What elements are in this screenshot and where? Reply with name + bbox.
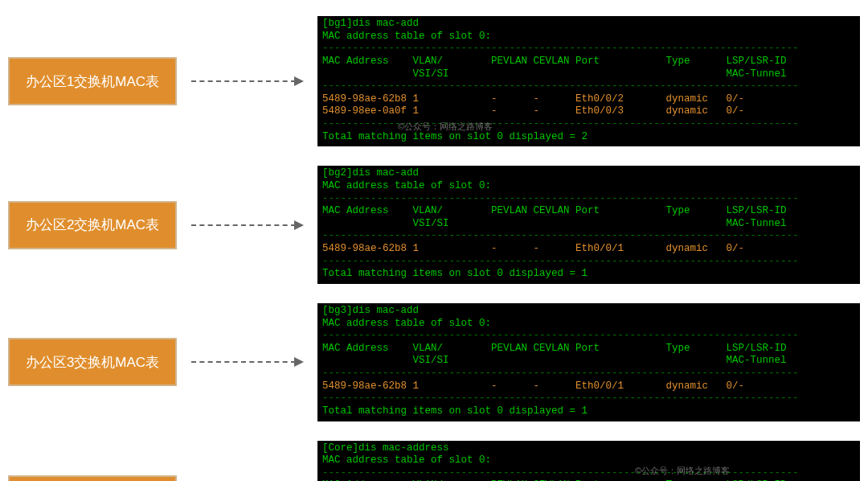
arrow-line	[191, 224, 296, 226]
terminal-col-headers: MAC Address VLAN/ PEVLAN CEVLAN Port Typ…	[322, 205, 787, 216]
terminal-command: dis mac-add	[353, 18, 420, 29]
terminal-divider: ----------------------------------------…	[322, 43, 799, 54]
terminal-header: MAC address table of slot 0:	[322, 31, 491, 42]
terminal-col-headers-2: VSI/SI MAC-Tunnel	[322, 355, 787, 366]
terminal-divider: ----------------------------------------…	[322, 330, 799, 341]
terminal-command: dis mac-address	[358, 442, 449, 454]
arrow	[177, 357, 317, 367]
terminal-divider: ----------------------------------------…	[322, 230, 799, 241]
mac-table-row: 5489-98ae-62b8 1 - - Eth0/0/2 dynamic 0/…	[322, 93, 744, 105]
mac-table-row: 5489-98ae-62b8 1 - - Eth0/0/1 dynamic 0/…	[322, 380, 744, 392]
watermark-text: ©公众号：网络之路博客	[635, 465, 730, 477]
switch-label-box: 核心交换机MAC表	[8, 475, 177, 481]
terminal-command: dis mac-add	[353, 167, 420, 179]
switch-label-box: 办公区2交换机MAC表	[8, 201, 177, 249]
switch-label-box: 办公区3交换机MAC表	[8, 338, 177, 386]
terminal-output: [bg3]dis mac-add MAC address table of sl…	[317, 303, 860, 421]
terminal-prompt: [Core]	[322, 442, 358, 454]
terminal-footer: Total matching items on slot 0 displayed…	[322, 268, 588, 279]
mac-table-row: 5489-98ee-0a0f 1 - - Eth0/0/3 dynamic 0/…	[322, 105, 744, 117]
switch-row-3: 核心交换机MAC表[Core]dis mac-address MAC addre…	[8, 441, 860, 482]
terminal-output: [bg2]dis mac-add MAC address table of sl…	[317, 166, 860, 284]
terminal-divider: ----------------------------------------…	[322, 368, 799, 379]
terminal-command: dis mac-add	[353, 305, 420, 316]
arrow	[177, 76, 317, 86]
terminal-col-headers: MAC Address VLAN/ PEVLAN CEVLAN Port Typ…	[322, 343, 787, 354]
arrow-line	[191, 80, 296, 82]
terminal-col-headers-2: VSI/SI MAC-Tunnel	[322, 218, 787, 229]
terminal-divider: ----------------------------------------…	[322, 393, 799, 404]
switch-row-2: 办公区3交换机MAC表[bg3]dis mac-add MAC address …	[8, 303, 860, 421]
terminal-footer: Total matching items on slot 0 displayed…	[322, 405, 588, 417]
terminal-prompt: [bg1]	[322, 18, 353, 29]
terminal-output: [Core]dis mac-address MAC address table …	[317, 441, 860, 482]
terminal-prompt: [bg2]	[322, 167, 353, 179]
switch-label-box: 办公区1交换机MAC表	[8, 57, 177, 105]
terminal-header: MAC address table of slot 0:	[322, 318, 491, 329]
terminal-header: MAC address table of slot 0:	[322, 180, 491, 191]
terminal-col-headers: MAC Address VLAN/ PEVLAN CEVLAN Port Typ…	[322, 56, 787, 67]
terminal-divider: ----------------------------------------…	[322, 118, 799, 130]
terminal-divider: ----------------------------------------…	[322, 80, 799, 92]
terminal-divider: ----------------------------------------…	[322, 193, 799, 204]
mac-table-row: 5489-98ae-62b8 1 - - Eth0/0/1 dynamic 0/…	[322, 243, 744, 254]
terminal-prompt: [bg3]	[322, 305, 353, 316]
terminal-col-headers-2: VSI/SI MAC-Tunnel	[322, 68, 787, 80]
arrow	[177, 220, 317, 230]
terminal-header: MAC address table of slot 0:	[322, 454, 491, 466]
arrow-line	[191, 361, 296, 363]
terminal-divider: ----------------------------------------…	[322, 256, 799, 267]
watermark-text: ©公众号：网络之路博客	[398, 121, 493, 133]
switch-row-1: 办公区2交换机MAC表[bg2]dis mac-add MAC address …	[8, 166, 860, 284]
